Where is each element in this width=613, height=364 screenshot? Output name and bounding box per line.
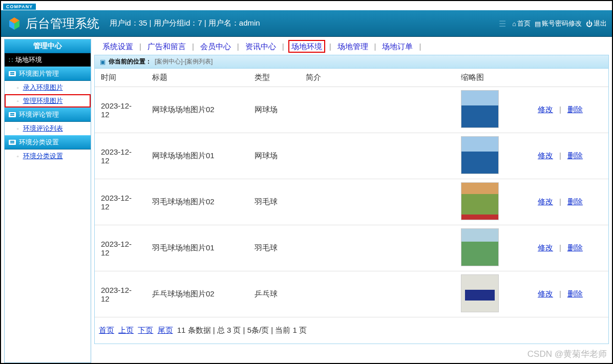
cell-title: 网球场场地图片01 [146,133,248,179]
account-link[interactable]: ▤账号密码修改 [535,19,582,28]
cell-intro [300,271,455,317]
logout-icon: ⏻ [586,19,593,27]
nav-link[interactable]: 场地管理 [336,42,369,51]
cell-type: 羽毛球 [248,179,300,225]
page-next[interactable]: 下页 [138,326,153,334]
delete-link[interactable]: 删除 [567,197,583,206]
nav-link[interactable]: 系统设置 [101,42,134,51]
edit-link[interactable]: 修改 [538,105,553,114]
cell-time: 2023-12-12 [95,133,146,179]
table-row: 2023-12-12乒乓球场地图片02乒乓球修改|删除 [95,271,608,317]
bullet-icon: ▫ [17,98,19,104]
col-time: 时间 [95,69,146,87]
top-nav: 系统设置|广告和留言|会员中心|资讯中心|场地环境|场地管理|场地订单| [94,39,609,55]
delete-link[interactable]: 删除 [567,243,583,252]
pagination: 首页 上页 下页 尾页 11 条数据 | 总 3 页 | 5条/页 | 当前 1… [95,317,608,344]
cell-title: 羽毛球场地图片02 [146,179,248,225]
logout-label: 退出 [594,19,607,28]
sidebar-group[interactable]: 环境分类设置 [5,135,91,149]
cell-thumb [455,179,532,225]
breadcrumb-label: 你当前的位置： [109,57,152,66]
cell-actions: 修改|删除 [532,133,608,179]
cell-thumb [455,133,532,179]
thumbnail-image [461,228,499,266]
breadcrumb-path: [案例中心]-[案例列表] [155,57,213,66]
sidebar-item: ▫录入环境图片 [5,81,91,94]
sidebar: 管理中心 ∷ 场地环境 环境图片管理▫录入环境图片▫管理环境图片环境评论管理▫环… [4,39,91,363]
dots-icon: ∷ [9,56,12,64]
col-title: 标题 [146,69,248,87]
edit-link[interactable]: 修改 [538,151,553,160]
table-row: 2023-12-12羽毛球场地图片01羽毛球修改|删除 [95,225,608,271]
nav-link[interactable]: 场地订单 [381,42,414,51]
thumbnail-image [461,136,499,174]
nav-separator: | [329,42,331,51]
edit-link[interactable]: 修改 [538,197,553,206]
nav-separator: | [237,42,239,51]
thumbnail-image [461,90,499,128]
sidebar-section: ∷ 场地环境 [5,53,91,67]
cell-time: 2023-12-12 [95,225,146,271]
action-separator: | [559,151,561,160]
thumbnail-image [461,182,499,220]
cell-time: 2023-12-12 [95,271,146,317]
bullet-icon: ▫ [17,126,19,132]
cell-thumb [455,87,532,133]
action-separator: | [559,197,561,206]
cell-actions: 修改|删除 [532,225,608,271]
sidebar-item: ▫管理环境图片 [5,94,91,108]
sidebar-group[interactable]: 环境图片管理 [5,67,91,81]
cell-actions: 修改|删除 [532,271,608,317]
group-label: 环境图片管理 [19,69,59,78]
page-prev[interactable]: 上页 [118,326,134,334]
sidebar-item: ▫环境分类设置 [5,149,91,163]
home-link[interactable]: ⌂首页 [512,19,531,28]
bullet-icon: ▫ [17,154,19,159]
cell-title: 网球场场地图片02 [146,87,248,133]
nav-separator: | [139,42,141,51]
sidebar-header: 管理中心 [5,39,91,53]
group-icon [9,112,16,117]
sidebar-group[interactable]: 环境评论管理 [5,108,91,122]
page-first[interactable]: 首页 [99,326,114,334]
user-info: 用户id：35 | 用户分组id：7 | 用户名：admin [110,18,260,28]
home-label: 首页 [517,19,531,28]
cell-time: 2023-12-12 [95,87,146,133]
account-label: 账号密码修改 [542,19,582,28]
sidebar-link[interactable]: 环境分类设置 [23,152,63,161]
nav-separator: | [374,42,376,51]
nav-link[interactable]: 场地环境 [289,41,324,52]
col-intro: 简介 [300,69,455,87]
sidebar-link[interactable]: 管理环境图片 [23,96,63,105]
edit-link[interactable]: 修改 [538,289,553,298]
home-icon: ⌂ [512,19,516,27]
cell-intro [300,179,455,225]
app-title: 后台管理系统 [26,15,99,32]
page-last[interactable]: 尾页 [158,326,173,334]
company-badge: COMPANY [3,4,36,10]
sidebar-item: ▫环境评论列表 [5,122,91,135]
bullet-icon: ▫ [17,85,19,91]
nav-separator: | [192,42,194,51]
nav-link[interactable]: 会员中心 [199,42,232,51]
menu-icon[interactable]: ☰ [499,18,506,28]
table-row: 2023-12-12网球场场地图片02网球场修改|删除 [95,87,608,133]
delete-link[interactable]: 删除 [567,289,583,298]
logout-link[interactable]: ⏻退出 [586,19,607,28]
cell-actions: 修改|删除 [532,179,608,225]
sidebar-link[interactable]: 录入环境图片 [23,83,63,92]
group-label: 环境评论管理 [19,110,59,119]
sidebar-link[interactable]: 环境评论列表 [23,124,63,133]
delete-link[interactable]: 删除 [567,151,583,160]
cell-type: 羽毛球 [248,225,300,271]
action-separator: | [559,289,561,298]
cell-thumb [455,271,532,317]
nav-link[interactable]: 广告和留言 [146,42,187,51]
nav-link[interactable]: 资讯中心 [244,42,277,51]
data-table: 时间 标题 类型 简介 缩略图 2023-12-12网球场场地图片02网球场修改… [95,69,608,317]
group-label: 环境分类设置 [19,138,59,147]
delete-link[interactable]: 删除 [567,105,583,114]
edit-link[interactable]: 修改 [538,243,553,252]
cell-type: 乒乓球 [248,271,300,317]
action-separator: | [559,105,561,114]
